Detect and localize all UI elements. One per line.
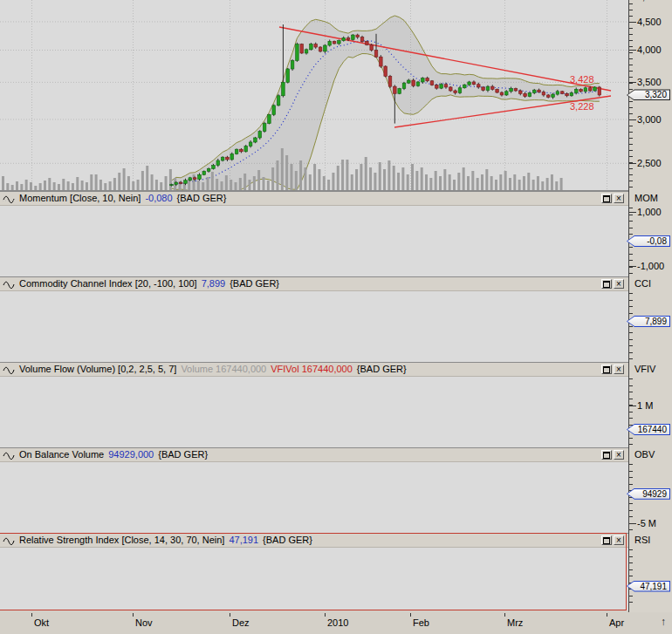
price-tick-label: 2,500	[637, 158, 662, 168]
axis-tick	[629, 464, 633, 465]
time-axis: OktNovDez2010FebMrzApr	[0, 612, 672, 634]
axis-tick	[629, 234, 633, 235]
axis-tick	[629, 602, 633, 603]
header-segment: On Balance Volume	[19, 449, 104, 460]
price-chart[interactable]	[0, 0, 628, 190]
marker-value: 3,320	[627, 90, 669, 99]
panel-axis-label: CCI	[634, 278, 651, 289]
header-segment: Volume 167440,000	[181, 364, 266, 374]
axis-tick	[629, 221, 633, 222]
axis-tick	[629, 168, 633, 169]
close-button[interactable]: ×	[614, 450, 624, 460]
indicator-tick-label: 1,000	[637, 207, 662, 217]
panel-cci-header[interactable]: Commodity Channel Index [20, -100, 100]7…	[0, 277, 628, 291]
volume-flow-chart[interactable]	[0, 377, 628, 448]
marker-value: 167440	[627, 425, 669, 434]
panel-axis-label: OBV	[634, 449, 655, 460]
maximize-button[interactable]	[601, 365, 612, 374]
close-button[interactable]: ×	[614, 365, 624, 374]
axis-tick	[629, 215, 633, 215]
axis-tick	[629, 82, 636, 83]
marker-shape: 94929	[627, 488, 670, 500]
time-axis-tick	[410, 613, 411, 617]
cci-chart[interactable]	[0, 291, 628, 363]
axis-tick	[629, 174, 633, 175]
axis-tick	[629, 385, 633, 386]
maximize-icon	[603, 281, 610, 288]
axis-tick	[629, 212, 636, 213]
time-axis-label: Apr	[609, 617, 624, 628]
price-tick-label: 4,500	[637, 17, 662, 27]
axis-tick	[629, 556, 633, 557]
axis-tick	[629, 438, 633, 439]
maximize-button[interactable]	[601, 279, 612, 289]
axis-tick	[629, 471, 633, 472]
axis-tick	[629, 150, 633, 151]
panel-title: Volume Flow (Volume) [0,2, 2,5, 5, 7]Vol…	[19, 363, 411, 376]
panel-axis-label: RSI	[634, 535, 650, 545]
axis-tick	[629, 16, 633, 17]
price-tick-label: 5,000	[637, 0, 662, 2]
axis-tick	[629, 77, 633, 78]
panel-volume-flow-header[interactable]: Volume Flow (Volume) [0,2, 2,5, 5, 7]Vol…	[0, 363, 628, 377]
time-axis-label: Mrz	[507, 617, 523, 628]
time-axis-label: 2010	[327, 617, 348, 628]
obv-chart[interactable]	[0, 462, 628, 534]
time-axis-tick	[230, 613, 230, 617]
maximize-button[interactable]	[601, 450, 612, 460]
vfi-value-marker: 167440	[627, 424, 670, 435]
axis-tick	[629, 181, 633, 181]
header-segment: -0,080	[145, 193, 172, 203]
axis-tick	[629, 293, 633, 294]
maximize-button[interactable]	[601, 194, 612, 203]
cci-value-marker: 7,899	[627, 316, 670, 327]
axis-tick	[629, 596, 633, 597]
axis-tick	[629, 523, 636, 524]
volume-bars	[2, 148, 563, 190]
panel-obv-header[interactable]: On Balance Volume94929,000{BAD GER}×	[0, 448, 628, 462]
momentum-value-marker: -0,08	[627, 235, 670, 247]
maximize-icon	[603, 452, 610, 459]
axis-tick	[629, 126, 633, 126]
header-segment: Momentum [Close, 10, Nein]	[19, 193, 141, 203]
time-axis-label: Nov	[135, 617, 153, 628]
panel-rsi-header[interactable]: Relative Strength Index [Close, 14, 30, …	[0, 534, 628, 548]
axis-tick	[629, 273, 633, 274]
panel-axis-label: MOM	[634, 193, 658, 203]
last-price-marker: 3,320	[627, 89, 670, 100]
indicator-wave-icon	[3, 535, 16, 545]
axis-tick	[629, 576, 633, 576]
time-axis-tick	[325, 613, 326, 617]
axis-tick	[629, 156, 633, 157]
panel-obv: On Balance Volume94929,000{BAD GER}×	[0, 447, 628, 533]
marker-shape: -0,08	[627, 235, 670, 247]
axis-tick	[629, 138, 633, 139]
rsi-chart[interactable]	[0, 548, 628, 610]
panel-title: Momentum [Close, 10, Nein]-0,080{BAD GER…	[19, 192, 230, 205]
panel-momentum-header[interactable]: Momentum [Close, 10, Nein]-0,080{BAD GER…	[0, 192, 628, 206]
close-button[interactable]: ×	[614, 279, 624, 289]
axis-tick	[629, 163, 636, 164]
indicator-tick-label: -5 M	[637, 518, 656, 528]
marker-shape: 3,320	[627, 89, 670, 100]
header-segment: {BAD GER}	[263, 535, 312, 545]
scroll-up-arrow[interactable]: ↑	[661, 616, 666, 628]
header-segment: {BAD GER}	[357, 364, 407, 374]
axis-tick	[629, 101, 633, 102]
axis-tick	[629, 444, 633, 445]
panel-rsi: Relative Strength Index [Close, 14, 30, …	[0, 533, 628, 610]
axis-tick	[629, 484, 633, 485]
close-button[interactable]: ×	[614, 194, 624, 203]
axis-tick	[629, 345, 633, 346]
bollinger-fill	[172, 16, 600, 190]
indicator-tick-label: -1,000	[637, 261, 664, 271]
momentum-chart[interactable]	[0, 206, 628, 277]
maximize-button[interactable]	[601, 535, 612, 545]
axis-tick	[629, 260, 633, 261]
obv-value-marker: 94929	[627, 488, 670, 500]
panel-momentum: Momentum [Close, 10, Nein]-0,080{BAD GER…	[0, 191, 628, 276]
close-button[interactable]: ×	[614, 535, 624, 545]
header-segment: 7,899	[202, 278, 226, 289]
panel-volume-flow: Volume Flow (Volume) [0,2, 2,5, 5, 7]Vol…	[0, 362, 628, 447]
marker-shape: 7,899	[627, 316, 670, 327]
